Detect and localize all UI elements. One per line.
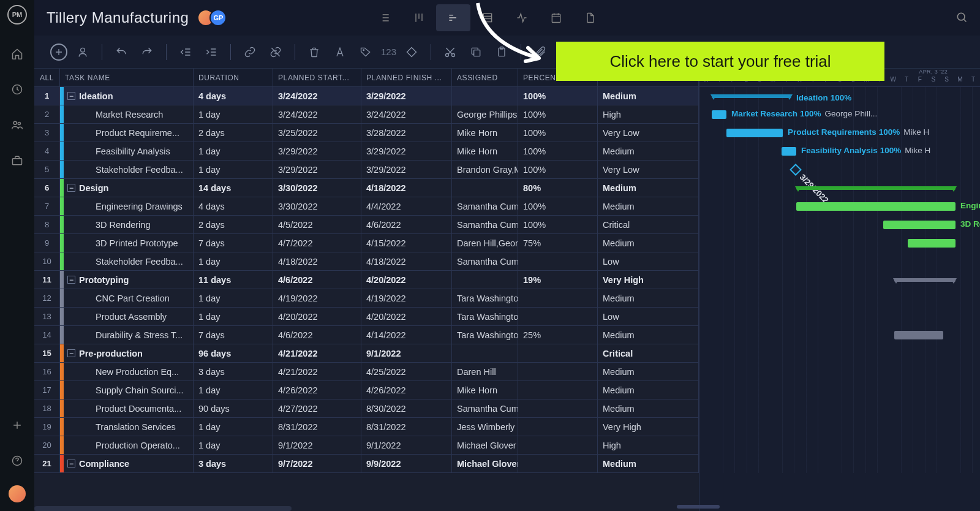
finish-cell[interactable]: 3/29/2022 [361,142,452,160]
task-name-cell[interactable]: Engineering Drawings [60,197,194,215]
assigned-cell[interactable]: Tara Washingto [452,308,518,325]
task-row[interactable]: 20Production Operato...1 day9/1/20229/1/… [34,436,699,455]
assigned-cell[interactable]: Tara Washingto [452,326,518,344]
finish-cell[interactable]: 8/31/2022 [361,418,452,436]
outdent-icon[interactable] [175,42,196,62]
task-row[interactable]: 11−Prototyping11 days4/6/20224/20/202219… [34,271,699,289]
duration-cell[interactable]: 14 days [194,179,273,197]
priority-cell[interactable]: Medium [598,289,699,307]
start-cell[interactable]: 4/18/2022 [273,252,361,270]
assigned-cell[interactable]: Daren Hill [452,363,518,380]
finish-cell[interactable]: 4/25/2022 [361,363,452,380]
start-cell[interactable]: 3/30/2022 [273,179,361,197]
task-name-cell[interactable]: 3D Printed Prototype [60,234,194,252]
start-cell[interactable]: 4/5/2022 [273,216,361,233]
duration-cell[interactable]: 3 days [194,363,273,380]
profile-avatar[interactable] [9,485,26,502]
task-bar[interactable]: Market Research100%George Phill... [712,110,726,119]
priority-cell[interactable]: Critical [598,344,699,362]
task-row[interactable]: 19Translation Services1 day8/31/20228/31… [34,418,699,436]
duration-cell[interactable]: 90 days [194,399,273,417]
task-name-cell[interactable]: CNC Part Creation [60,289,194,307]
priority-cell[interactable]: Very Low [598,161,699,178]
assigned-cell[interactable] [452,344,518,362]
duration-cell[interactable]: 96 days [194,344,273,362]
task-name-cell[interactable]: Stakeholder Feedba... [60,161,194,178]
assigned-cell[interactable]: George Phillips [452,105,518,123]
start-cell[interactable]: 4/7/2022 [273,234,361,252]
assigned-cell[interactable]: Samantha Cum [452,252,518,270]
task-row[interactable]: 13Product Assembly1 day4/20/20224/20/202… [34,308,699,326]
start-cell[interactable]: 3/24/2022 [273,87,361,105]
finish-cell[interactable]: 4/18/2022 [361,179,452,197]
gantt-scrollbar[interactable] [677,505,720,509]
link-icon[interactable] [239,42,260,62]
task-name-cell[interactable]: −Design [60,179,194,197]
task-bar[interactable]: Product Requirements100%Mike H [726,129,783,137]
priority-cell[interactable]: Critical [598,216,699,233]
file-view-icon[interactable] [573,4,608,31]
duration-cell[interactable]: 1 day [194,381,273,399]
assigned-cell[interactable]: Daren Hill,Geor [452,234,518,252]
font-icon[interactable] [330,42,350,62]
duration-cell[interactable]: 2 days [194,124,273,142]
delete-icon[interactable] [304,42,325,62]
col-duration[interactable]: DURATION [194,69,273,86]
col-planned-start[interactable]: PLANNED START... [273,69,361,86]
percent-cell[interactable]: 100% [518,105,598,123]
task-row[interactable]: 10Stakeholder Feedba...1 day4/18/20224/1… [34,252,699,271]
assigned-cell[interactable]: Samantha Cum [452,197,518,215]
start-cell[interactable]: 3/24/2022 [273,105,361,123]
task-row[interactable]: 15−Pre-production96 days4/21/20229/1/202… [34,344,699,363]
duration-cell[interactable]: 11 days [194,271,273,289]
clock-icon[interactable] [6,78,28,100]
priority-cell[interactable]: Medium [598,326,699,344]
percent-cell[interactable]: 100% [518,161,598,178]
finish-cell[interactable]: 9/1/2022 [361,436,452,454]
priority-cell[interactable]: Medium [598,363,699,380]
task-name-cell[interactable]: −Pre-production [60,344,194,362]
board-view-icon[interactable] [402,4,436,31]
search-icon[interactable] [956,11,968,25]
list-view-icon[interactable] [368,4,402,31]
finish-cell[interactable]: 4/4/2022 [361,197,452,215]
task-row[interactable]: 7Engineering Drawings4 days3/30/20224/4/… [34,197,699,216]
collapse-icon[interactable]: − [67,276,75,284]
start-cell[interactable]: 4/20/2022 [273,308,361,325]
start-cell[interactable]: 4/27/2022 [273,399,361,417]
task-name-cell[interactable]: −Compliance [60,455,194,472]
duration-cell[interactable]: 1 day [194,418,273,436]
redo-icon[interactable] [137,42,157,62]
priority-cell[interactable]: Medium [598,142,699,160]
assigned-cell[interactable]: Brandon Gray,M [452,161,518,178]
duration-cell[interactable]: 1 day [194,142,273,160]
percent-cell[interactable]: 100% [518,197,598,215]
summary-bar[interactable]: Ideation100% [712,94,791,98]
percent-cell[interactable]: 100% [518,87,598,105]
assigned-cell[interactable]: Mike Horn [452,124,518,142]
task-row[interactable]: 4Feasibility Analysis1 day3/29/20223/29/… [34,142,699,161]
percent-cell[interactable] [518,289,598,307]
task-bar[interactable] [908,239,956,248]
task-row[interactable]: 83D Rendering2 days4/5/20224/6/2022Saman… [34,216,699,234]
assigned-cell[interactable]: Mike Horn [452,381,518,399]
percent-cell[interactable] [518,399,598,417]
people-icon[interactable] [6,114,28,136]
task-name-cell[interactable]: Stakeholder Feedba... [60,252,194,270]
col-task-name[interactable]: TASK NAME [60,69,194,86]
finish-cell[interactable]: 4/19/2022 [361,289,452,307]
start-cell[interactable]: 4/6/2022 [273,271,361,289]
assigned-cell[interactable]: Michael Glover [452,455,518,472]
task-name-cell[interactable]: 3D Rendering [60,216,194,233]
tag-icon[interactable] [355,42,376,62]
start-cell[interactable]: 9/1/2022 [273,436,361,454]
task-row[interactable]: 93D Printed Prototype7 days4/7/20224/15/… [34,234,699,252]
unlink-icon[interactable] [265,42,286,62]
percent-cell[interactable]: 100% [518,142,598,160]
task-name-cell[interactable]: −Prototyping [60,271,194,289]
collapse-icon[interactable]: − [67,184,75,192]
percent-cell[interactable] [518,455,598,472]
assigned-cell[interactable]: Tara Washingto [452,289,518,307]
priority-cell[interactable]: Medium [598,234,699,252]
task-name-cell[interactable]: New Production Eq... [60,363,194,380]
